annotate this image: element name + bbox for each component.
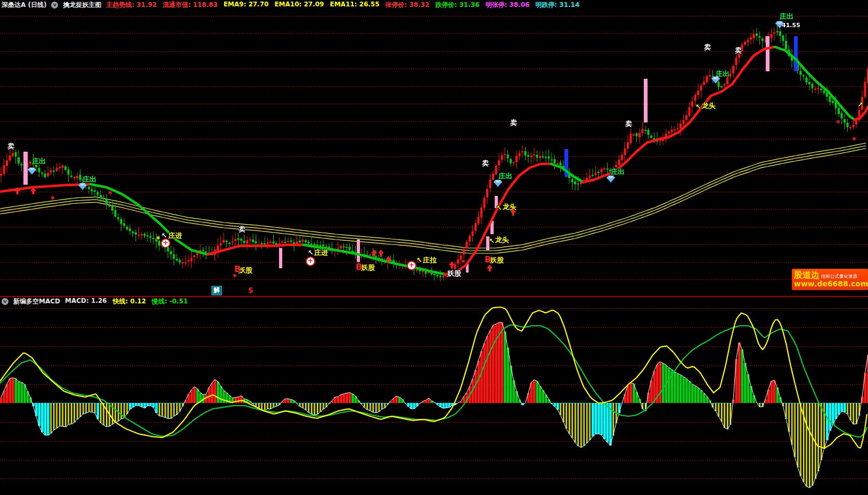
stat-张停价: 张停价: 38.32 xyxy=(386,1,430,10)
stat-明跌停: 明跌停: 31.14 xyxy=(535,1,579,10)
stock-title: 深桑达A (日线) xyxy=(2,1,46,10)
macd-indicator-name[interactable]: 新编多空MACD xyxy=(13,297,60,306)
trading-app-window: 深桑达A (日线) v 擒龙捉妖主图 主趋势线: 31.92流通市值: 118.… xyxy=(0,0,868,495)
main-chart-header: 深桑达A (日线) v 擒龙捉妖主图 主趋势线: 31.92流通市值: 118.… xyxy=(0,0,868,10)
main-indicator-name[interactable]: 擒龙捉妖主图 xyxy=(63,1,101,10)
stat-主趋势线: 主趋势线: 31.92 xyxy=(106,1,157,10)
watermark-tagline: 指标公式量化资源 xyxy=(821,274,857,279)
charts-canvas[interactable] xyxy=(0,0,868,495)
macd-indicator-stats: MACD: 1.26快线: 0.12慢线: -0.51 xyxy=(65,297,188,306)
watermark-banner: 股道边 指标公式量化资源 www.de6688.com xyxy=(792,269,868,290)
stat-EMA9: EMA9: 27.70 xyxy=(224,1,269,10)
stat-MACD: MACD: 1.26 xyxy=(65,297,107,306)
stat-慢线: 慢线: -0.51 xyxy=(152,297,188,306)
stat-EMA11: EMA11: 26.55 xyxy=(330,1,379,10)
stat-明张停: 明张停: 38.06 xyxy=(485,1,529,10)
stat-跌停价: 跌停价: 31.36 xyxy=(435,1,479,10)
chevron-down-icon[interactable]: v xyxy=(51,2,58,9)
stat-快线: 快线: 0.12 xyxy=(113,297,146,306)
watermark-brand: 股道边 xyxy=(794,271,820,279)
stat-EMA10: EMA10: 27.09 xyxy=(274,1,324,10)
macd-panel-header: v 新编多空MACD MACD: 1.26快线: 0.12慢线: -0.51 xyxy=(0,297,868,306)
watermark-url: www.de6688.com xyxy=(794,279,866,288)
watermark-row: 股道边 指标公式量化资源 xyxy=(794,271,866,279)
main-indicator-stats: 主趋势线: 31.92流通市值: 118.83EMA9: 27.70EMA10:… xyxy=(106,1,579,10)
stat-流通市值: 流通市值: 118.83 xyxy=(162,1,217,10)
chevron-down-icon[interactable]: v xyxy=(2,298,9,305)
